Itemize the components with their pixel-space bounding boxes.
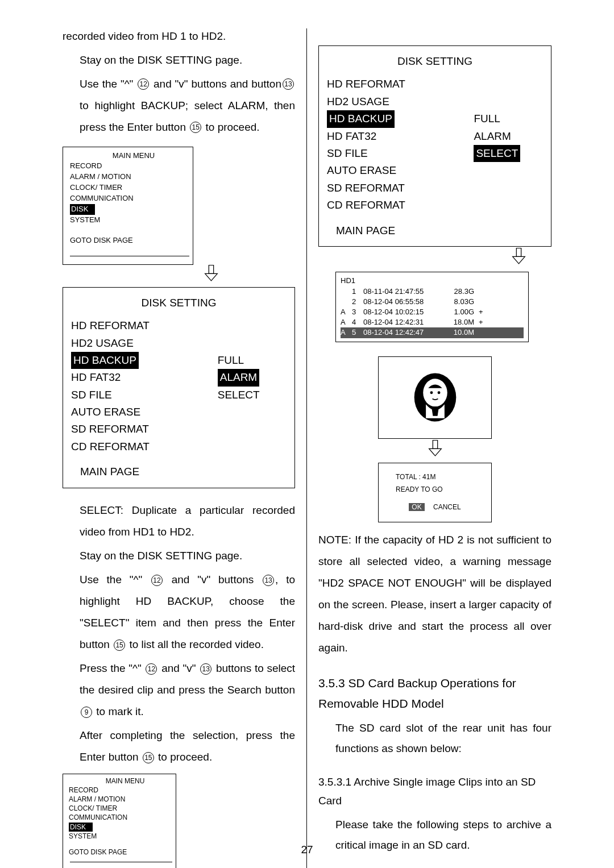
circled-13: 13: [200, 663, 211, 675]
ds-right: SELECT: [218, 387, 287, 404]
note-text: NOTE: If the capacity of HD 2 is not suf…: [318, 529, 551, 659]
svg-marker-11: [429, 448, 441, 456]
main-page: MAIN PAGE: [327, 222, 543, 239]
c: 08-12-04 12:42:47: [363, 327, 443, 338]
menu-item-disk: DISK: [70, 204, 95, 215]
c: A: [341, 317, 352, 327]
ds-item: HD2 USAGE: [71, 335, 218, 352]
svg-point-7: [423, 379, 447, 406]
main-menu-title: MAIN MENU: [80, 776, 170, 786]
t: to list all the recorded video.: [129, 638, 264, 650]
ds-item-hdbackup: HD BACKUP: [71, 352, 139, 369]
c: A: [341, 307, 352, 317]
menu-item: SYSTEM: [69, 832, 170, 841]
ds-item: HD FAT32: [327, 128, 474, 145]
t: Use the "^": [80, 574, 142, 585]
ds-item: SD FILE: [327, 145, 474, 162]
heading-353: 3.5.3 SD Card Backup Operations for Remo…: [318, 673, 551, 713]
ds-item: AUTO ERASE: [71, 404, 218, 421]
menu-item: RECORD: [69, 786, 170, 795]
circled-15: 15: [190, 122, 201, 133]
ds-right: ALARM: [474, 128, 543, 145]
main-menu-title: MAIN MENU: [81, 151, 186, 161]
c: [474, 327, 486, 338]
c: [341, 286, 352, 297]
circled-9: 9: [81, 707, 92, 718]
c: 1.00G: [443, 307, 474, 317]
c: [341, 297, 352, 307]
ds-item: HD2 USAGE: [327, 93, 474, 110]
menu-item: SYSTEM: [70, 215, 186, 226]
ds-right-select: SELECT: [474, 145, 520, 162]
c: +: [474, 307, 486, 317]
t: and "v" buttons and button: [154, 78, 281, 90]
circled-12: 12: [146, 663, 157, 675]
c: 18.0M: [443, 317, 474, 327]
step-use-buttons: Use the "^" 12 and "v" buttons and butto…: [63, 73, 295, 138]
step-stay: Stay on the DISK SETTING page.: [63, 49, 295, 71]
select-stay: Stay on the DISK SETTING page.: [63, 545, 295, 567]
cancel-button[interactable]: CANCEL: [433, 503, 461, 511]
down-arrow-icon: [512, 248, 526, 265]
circled-13: 13: [283, 78, 294, 90]
ds-item: HD REFORMAT: [327, 76, 474, 93]
disk-setting-box-left: DISK SETTING HD REFORMAT HD2 USAGE HD BA…: [63, 287, 295, 488]
t: and "v" buttons: [172, 574, 254, 585]
ds-title: DISK SETTING: [71, 294, 287, 312]
c: [474, 297, 486, 307]
c: 28.3G: [443, 286, 474, 297]
portrait-icon: [411, 372, 459, 423]
disk-setting-box-right: DISK SETTING HD REFORMAT HD2 USAGE HD BA…: [318, 45, 551, 247]
circled-13: 13: [263, 575, 274, 586]
svg-point-9: [437, 391, 440, 394]
ds-item: SD REFORMAT: [327, 180, 474, 197]
c: 8.03G: [443, 297, 474, 307]
goto-disk: GOTO DISK PAGE: [70, 235, 186, 246]
select-after: After completing the selection, press th…: [63, 725, 295, 768]
ds-title: DISK SETTING: [327, 53, 543, 70]
ds-item: CD REFORMAT: [327, 197, 474, 214]
underline: [70, 256, 189, 256]
underline: [70, 862, 172, 862]
c: 08-12-04 06:55:58: [363, 297, 443, 307]
menu-item: ALARM / MOTION: [70, 172, 186, 182]
status-box: TOTAL : 41M READY TO GO OK CANCEL: [378, 463, 492, 522]
select-press: Press the "^" 12 and "v" 13 buttons to s…: [63, 658, 295, 722]
table-row: 2 08-12-04 06:55:58 8.03G: [341, 297, 524, 307]
menu-item: COMMUNICATION: [70, 193, 186, 204]
svg-rect-4: [516, 248, 521, 256]
ok-button[interactable]: OK: [409, 503, 424, 511]
svg-rect-10: [433, 440, 437, 448]
t: and "v": [161, 662, 196, 674]
c: [474, 286, 486, 297]
svg-point-8: [430, 391, 433, 394]
intro-text: recorded video from HD 1 to HD2.: [63, 28, 295, 45]
ds-right: FULL: [474, 110, 543, 127]
c: 4: [352, 317, 363, 327]
hd1-table: HD1 1 08-11-04 21:47:55 28.3G 2 08-12-04…: [335, 272, 529, 342]
t: to mark it.: [96, 705, 143, 717]
main-menu-box: MAIN MENU RECORD ALARM / MOTION CLOCK/ T…: [63, 147, 193, 265]
c: 2: [352, 297, 363, 307]
menu-item: RECORD: [70, 161, 186, 172]
circled-12: 12: [151, 575, 163, 586]
c: 08-11-04 21:47:55: [363, 286, 443, 297]
ds-item: HD FAT32: [71, 369, 218, 386]
hd1-title: HD1: [341, 276, 524, 286]
preview-frame: [378, 356, 492, 439]
ds-item: HD REFORMAT: [71, 317, 218, 334]
c: 1: [352, 286, 363, 297]
circled-12: 12: [138, 78, 149, 90]
table-row: A 4 08-12-04 12:42:31 18.0M +: [341, 317, 524, 327]
ds-item: SD REFORMAT: [71, 421, 218, 438]
ds-right: FULL: [218, 352, 287, 369]
ds-item: CD REFORMAT: [71, 438, 218, 455]
svg-marker-5: [513, 256, 525, 264]
status-total: TOTAL : 41M: [396, 471, 486, 484]
menu-item-disk: DISK: [69, 823, 93, 832]
down-arrow-icon: [204, 265, 218, 282]
t: Press the "^": [80, 662, 142, 674]
menu-item: CLOCK/ TIMER: [69, 804, 170, 813]
down-arrow-icon: [428, 440, 442, 457]
c: 5: [352, 327, 363, 338]
